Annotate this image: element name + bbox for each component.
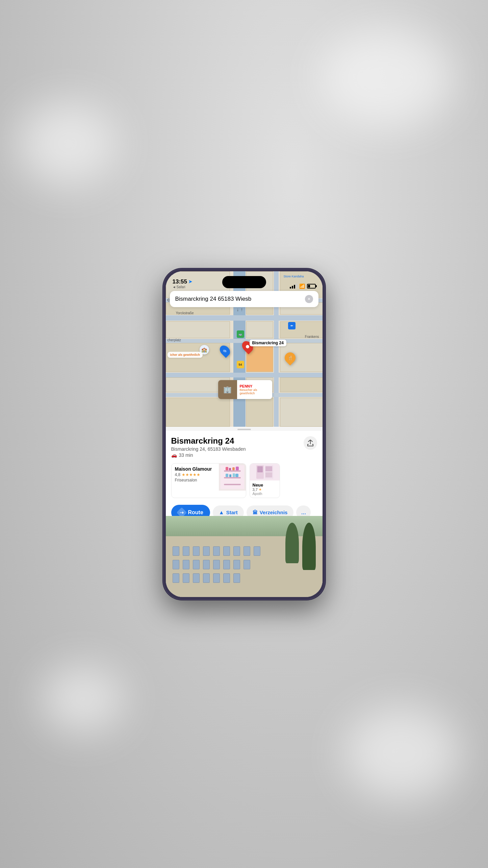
traffic-tag-1: icher als gewöhnlich xyxy=(168,352,203,358)
window xyxy=(203,546,210,556)
bus-stop-badge: 🚌 xyxy=(237,330,244,338)
window xyxy=(233,560,240,569)
status-right: 📶 xyxy=(290,283,316,289)
svg-rect-7 xyxy=(236,467,239,470)
window xyxy=(203,560,210,569)
signal-bar-4 xyxy=(296,284,297,289)
shopping-pin xyxy=(221,345,229,356)
bg-blob-4 xyxy=(41,665,125,733)
battery-icon xyxy=(307,284,316,289)
building-18 xyxy=(280,398,323,427)
window xyxy=(173,560,179,569)
building-17 xyxy=(280,377,323,392)
restaurant-pin xyxy=(285,352,296,363)
svg-rect-4 xyxy=(226,467,228,470)
location-info: Bismarckring 24 Bismarckring 24, 65183 W… xyxy=(171,436,246,458)
poi-stars-1: ★★★★★ xyxy=(182,472,200,477)
svg-rect-15 xyxy=(257,466,263,472)
drag-handle[interactable] xyxy=(237,429,251,430)
route-icon-arrow: ⇢ xyxy=(180,510,184,515)
svg-rect-16 xyxy=(265,466,272,471)
window xyxy=(213,573,220,583)
window xyxy=(233,573,240,583)
street-view[interactable] xyxy=(166,516,323,597)
poi-type-2: Apoth xyxy=(253,492,277,496)
poi-rating-num-2: 3,7 xyxy=(253,488,258,492)
address-text: Bismarckring 24, 65183 Wiesbaden xyxy=(171,446,246,452)
wifi-icon: 📶 xyxy=(299,283,305,289)
signal-bar-1 xyxy=(290,287,291,289)
search-bar[interactable]: Bismarckring 24 65183 Wiesb ✕ xyxy=(170,291,318,307)
search-text: Bismarckring 24 65183 Wiesb xyxy=(175,296,305,302)
svg-rect-1 xyxy=(224,470,241,472)
bg-blob-2 xyxy=(17,101,118,186)
poi-info-2: Neue 3,7 ★ Apoth xyxy=(250,480,280,498)
status-time: 13:55 ➤ xyxy=(173,278,192,285)
poi-rating-num-1: 4,8 xyxy=(175,472,181,477)
road-arrow-down: ↓ xyxy=(237,307,239,312)
frankens-label: Frankens xyxy=(305,335,319,339)
svg-rect-6 xyxy=(232,467,235,470)
svg-rect-2 xyxy=(224,477,241,478)
road-horizontal-4 xyxy=(166,373,323,377)
cherplatz-label: cherplatz xyxy=(168,338,181,342)
window xyxy=(243,546,250,556)
street-view-image xyxy=(166,516,323,597)
bus-badge-blue: ⇐ xyxy=(288,322,296,329)
signal-bar-2 xyxy=(292,286,293,289)
road-horizontal-yorck xyxy=(166,315,323,321)
dynamic-island xyxy=(222,276,266,288)
store-label: Store Kandaha xyxy=(283,275,304,278)
window xyxy=(183,546,189,556)
signal-bar-3 xyxy=(294,285,295,289)
battery-fill xyxy=(308,285,310,288)
back-arrow-icon: ◄ xyxy=(173,285,176,289)
window xyxy=(193,560,200,569)
time-display: 13:55 xyxy=(173,278,187,285)
yorckstrasse-label: Yorckstraße xyxy=(176,311,194,315)
poi-info-1: Maison Glamour 4,8 ★★★★★ Friseursalon xyxy=(172,464,219,498)
location-title: Bismarckring 24 xyxy=(171,436,246,446)
start-icon: ▲ xyxy=(219,510,224,516)
svg-rect-10 xyxy=(233,473,235,477)
svg-rect-11 xyxy=(235,474,238,477)
bus-badge-54: 54 xyxy=(237,361,244,368)
car-icon: 🚗 xyxy=(171,452,177,458)
window xyxy=(213,546,220,556)
verzeichnis-icon: 🏛 xyxy=(253,510,258,515)
drive-time: 🚗 33 min xyxy=(171,452,246,458)
svg-rect-17 xyxy=(265,472,272,477)
poi-rating-1: 4,8 ★★★★★ xyxy=(175,472,215,477)
window xyxy=(223,573,230,583)
verzeichnis-label: Verzeichnis xyxy=(260,510,288,515)
poi-thumb-2 xyxy=(250,464,280,480)
bg-blob-3 xyxy=(343,706,461,800)
poi-name-1: Maison Glamour xyxy=(175,466,215,472)
phone-screen: 13:55 ➤ ◄ Safari Store Kandaha 📶 xyxy=(166,271,323,597)
building-12 xyxy=(246,398,273,427)
poi-thumb-1 xyxy=(219,464,246,491)
bismarckring-map-label: Bismarckring 24 xyxy=(250,340,286,346)
share-button[interactable] xyxy=(304,436,317,450)
penny-name: PENNY xyxy=(240,384,269,388)
window xyxy=(183,560,189,569)
poi-type-1: Friseursalon xyxy=(175,478,215,482)
poi-stars-2: ★ xyxy=(259,488,262,491)
svg-rect-3 xyxy=(224,484,241,485)
trees xyxy=(285,523,316,570)
status-safari: ◄ Safari xyxy=(173,285,192,289)
window xyxy=(213,560,220,569)
poi-strip: Maison Glamour 4,8 ★★★★★ Friseursalon xyxy=(166,461,323,501)
location-header: Bismarckring 24 Bismarckring 24, 65183 W… xyxy=(166,431,323,461)
window xyxy=(223,560,230,569)
window xyxy=(203,573,210,583)
poi-card-neue[interactable]: Neue 3,7 ★ Apoth xyxy=(250,463,280,498)
poi-card-maison-glamour[interactable]: Maison Glamour 4,8 ★★★★★ Friseursalon xyxy=(171,463,246,498)
bg-blob-1 xyxy=(319,27,454,128)
penny-card[interactable]: 🏢 PENNY Besucher als gewöhnlich xyxy=(218,380,272,399)
building-6 xyxy=(166,398,230,427)
window xyxy=(254,546,260,556)
poi-rating-2: 3,7 ★ xyxy=(253,488,277,492)
window-row-3 xyxy=(173,573,316,583)
search-clear-button[interactable]: ✕ xyxy=(305,295,313,303)
